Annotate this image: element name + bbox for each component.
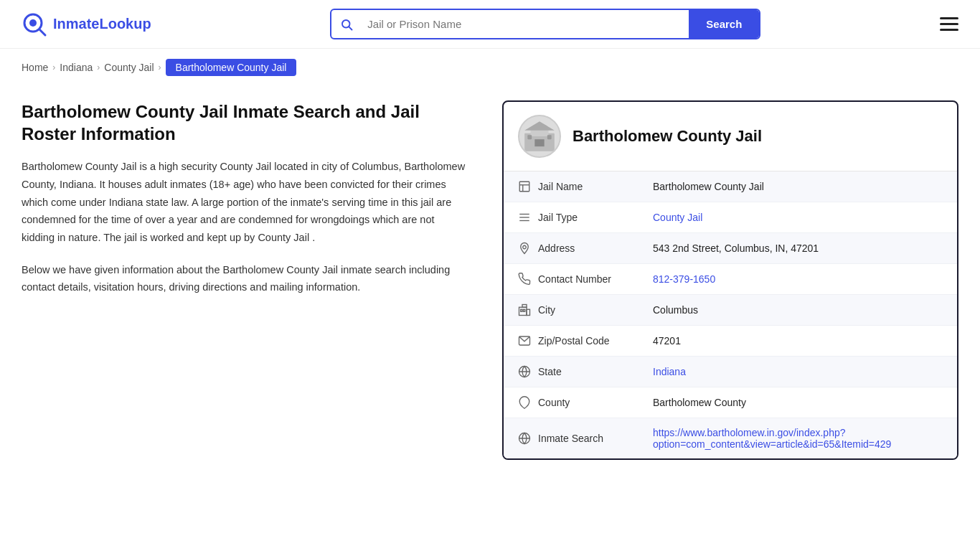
row-value[interactable]: 812-379-1650 xyxy=(653,273,943,285)
table-row: City Columbus xyxy=(504,295,957,326)
svg-rect-11 xyxy=(547,135,552,139)
search-area: Search xyxy=(330,9,760,39)
row-link[interactable]: 812-379-1650 xyxy=(653,273,715,285)
right-column: Bartholomew County Jail Jail Name Bartho… xyxy=(502,100,958,460)
mail-icon xyxy=(518,334,538,347)
row-link[interactable]: County Jail xyxy=(653,212,702,223)
page-title: Bartholomew County Jail Inmate Search an… xyxy=(22,100,466,145)
breadcrumb-home[interactable]: Home xyxy=(22,62,48,73)
hamburger-menu[interactable] xyxy=(940,17,958,31)
table-row: Inmate Search https://www.bartholomew.in… xyxy=(504,418,957,458)
row-link[interactable]: https://www.bartholomew.in.gov/index.php… xyxy=(653,427,891,450)
svg-point-19 xyxy=(523,245,527,249)
row-value: Bartholomew County Jail xyxy=(653,181,943,192)
breadcrumb: Home › Indiana › County Jail › Bartholom… xyxy=(0,49,980,86)
breadcrumb-sep1: › xyxy=(52,62,55,72)
svg-rect-8 xyxy=(534,139,540,146)
row-label: County xyxy=(538,397,653,408)
breadcrumb-sep2: › xyxy=(97,62,100,72)
table-row: Contact Number 812-379-1650 xyxy=(504,264,957,295)
svg-line-4 xyxy=(349,27,352,29)
row-label: Jail Name xyxy=(538,181,653,192)
site-header: InmateLookup Search xyxy=(0,0,980,49)
row-label: Address xyxy=(538,242,653,254)
breadcrumb-indiana[interactable]: Indiana xyxy=(60,62,93,73)
hamburger-line2 xyxy=(940,23,958,25)
row-value: 47201 xyxy=(653,335,943,347)
svg-rect-9 xyxy=(540,139,545,146)
table-row: State Indiana xyxy=(504,357,957,387)
row-value[interactable]: https://www.bartholomew.in.gov/index.php… xyxy=(653,427,943,450)
list-icon xyxy=(518,211,538,224)
row-label: Jail Type xyxy=(538,212,653,223)
page-description-2: Below we have given information about th… xyxy=(22,261,466,296)
logo-icon xyxy=(22,11,47,37)
row-value[interactable]: Indiana xyxy=(653,366,943,377)
breadcrumb-sep3: › xyxy=(159,62,161,72)
card-title: Bartholomew County Jail xyxy=(573,127,762,146)
building-icon xyxy=(518,180,538,193)
search-wrapper: Search xyxy=(330,9,760,39)
row-value: 543 2nd Street, Columbus, IN, 47201 xyxy=(653,242,943,254)
phone-icon xyxy=(518,273,538,286)
row-label: State xyxy=(538,366,653,377)
city-icon xyxy=(518,303,538,316)
svg-rect-21 xyxy=(522,305,527,308)
table-row: Jail Type County Jail xyxy=(504,202,957,233)
svg-rect-23 xyxy=(521,309,522,311)
table-row: County Bartholomew County xyxy=(504,387,957,418)
left-column: Bartholomew County Jail Inmate Search an… xyxy=(22,100,481,460)
row-label: Inmate Search xyxy=(538,433,653,444)
svg-rect-12 xyxy=(537,124,542,128)
search-icon xyxy=(331,18,362,31)
hamburger-line3 xyxy=(940,29,958,31)
main-content: Bartholomew County Jail Inmate Search an… xyxy=(0,86,980,489)
svg-rect-24 xyxy=(524,309,525,311)
logo-text: InmateLookup xyxy=(53,16,151,32)
jail-avatar xyxy=(518,115,561,158)
svg-rect-22 xyxy=(527,309,530,315)
svg-line-2 xyxy=(39,29,45,35)
location-icon xyxy=(518,242,538,255)
row-label: Contact Number xyxy=(538,273,653,285)
county-icon xyxy=(518,396,538,409)
info-card: Bartholomew County Jail Jail Name Bartho… xyxy=(502,100,958,460)
svg-point-1 xyxy=(29,19,37,27)
table-row: Address 543 2nd Street, Columbus, IN, 47… xyxy=(504,233,957,264)
breadcrumb-current: Bartholomew County Jail xyxy=(166,59,297,76)
card-header: Bartholomew County Jail xyxy=(504,102,957,171)
globe-icon xyxy=(518,365,538,378)
search-button[interactable]: Search xyxy=(689,10,759,38)
row-link[interactable]: Indiana xyxy=(653,366,686,377)
row-value: Bartholomew County xyxy=(653,397,943,408)
svg-rect-10 xyxy=(527,135,532,139)
row-label: Zip/Postal Code xyxy=(538,335,653,347)
search-input[interactable] xyxy=(362,11,689,37)
hamburger-line1 xyxy=(940,17,958,19)
table-row: Jail Name Bartholomew County Jail xyxy=(504,171,957,202)
info-rows: Jail Name Bartholomew County Jail Jail T… xyxy=(504,171,957,458)
row-value[interactable]: County Jail xyxy=(653,212,943,223)
page-description-1: Bartholomew County Jail is a high securi… xyxy=(22,158,466,246)
site-logo[interactable]: InmateLookup xyxy=(22,11,151,37)
svg-rect-13 xyxy=(519,182,529,192)
row-label: City xyxy=(538,304,653,316)
search-globe-icon xyxy=(518,432,538,445)
breadcrumb-county-jail[interactable]: County Jail xyxy=(104,62,154,73)
table-row: Zip/Postal Code 47201 xyxy=(504,326,957,357)
row-value: Columbus xyxy=(653,304,943,316)
